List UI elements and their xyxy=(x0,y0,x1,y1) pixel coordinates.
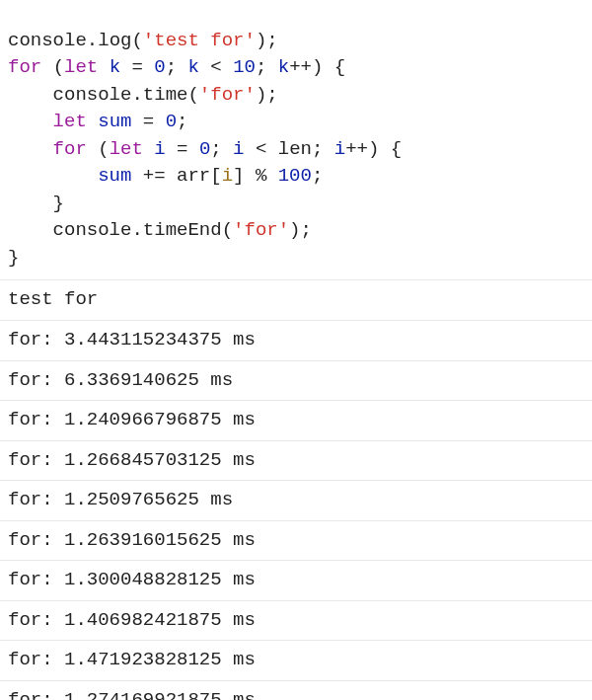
code-token: sum xyxy=(98,111,131,132)
code-token: k xyxy=(188,56,199,78)
code-token: console xyxy=(53,219,132,241)
console-output-header: test for xyxy=(0,280,592,321)
code-token: let xyxy=(64,56,98,78)
code-token: . xyxy=(131,84,142,106)
code-token: console xyxy=(53,84,132,106)
code-token: arr xyxy=(177,165,210,187)
code-token: ( xyxy=(53,56,64,78)
code-token: ) { xyxy=(312,56,345,78)
code-token: ++ xyxy=(289,56,312,78)
code-token: 0 xyxy=(154,56,165,78)
code-token: . xyxy=(131,219,142,241)
code-token: timeEnd xyxy=(143,219,222,241)
console-output-line: for: 1.2509765625 ms xyxy=(0,481,592,521)
code-token: 0 xyxy=(166,111,177,132)
console-output-line: for: 1.266845703125 ms xyxy=(0,441,592,482)
code-token: i xyxy=(233,138,244,160)
code-token: ; xyxy=(312,165,323,187)
code-token: i xyxy=(222,165,233,187)
code-token: i xyxy=(154,138,165,160)
code-token: 'test for' xyxy=(143,30,256,51)
code-token: len xyxy=(278,138,312,160)
code-token: for xyxy=(8,56,41,78)
code-token: 100 xyxy=(278,165,312,187)
code-token: ( xyxy=(222,219,233,241)
code-token: = xyxy=(143,111,154,132)
code-token: k xyxy=(278,56,289,78)
code-token: ++ xyxy=(345,138,368,160)
code-token: for xyxy=(53,138,87,160)
code-token: ( xyxy=(131,30,142,51)
code-token: < xyxy=(210,56,221,78)
console-output-line: for: 6.3369140625 ms xyxy=(0,361,592,402)
code-token: ); xyxy=(256,84,278,106)
code-token: ; xyxy=(166,56,177,78)
code-token: += xyxy=(143,165,166,187)
console-output-line: for: 3.443115234375 ms xyxy=(0,321,592,361)
code-token: = xyxy=(177,138,187,160)
code-token: let xyxy=(110,138,143,160)
code-token: log xyxy=(98,30,131,51)
code-token: i xyxy=(334,138,345,160)
code-token: sum xyxy=(98,165,131,187)
code-token: 'for' xyxy=(199,84,256,106)
code-token: } xyxy=(8,247,19,269)
code-token: [ xyxy=(210,165,221,187)
code-token: ) { xyxy=(368,138,402,160)
code-token: ); xyxy=(256,30,278,51)
code-token: k xyxy=(110,56,120,78)
code-token: ; xyxy=(312,138,323,160)
console-output-line: for: 1.263916015625 ms xyxy=(0,521,592,562)
console-output: test for for: 3.443115234375 ms for: 6.3… xyxy=(0,280,592,700)
console-output-line: for: 1.406982421875 ms xyxy=(0,601,592,642)
code-token: = xyxy=(131,56,142,78)
console-output-line: for: 1.240966796875 ms xyxy=(0,401,592,441)
code-token: 10 xyxy=(233,56,256,78)
code-token: ( xyxy=(98,138,109,160)
code-block: console.log('test for'); for (let k = 0;… xyxy=(0,0,592,280)
code-token: < xyxy=(256,138,266,160)
console-output-line: for: 1.471923828125 ms xyxy=(0,641,592,681)
code-token: let xyxy=(53,111,87,132)
code-token: ] xyxy=(233,165,244,187)
console-output-line: for: 1.274169921875 ms xyxy=(0,681,592,700)
code-token: 0 xyxy=(199,138,210,160)
code-token: ; xyxy=(177,111,187,132)
code-token: ); xyxy=(289,219,312,241)
code-token: ( xyxy=(187,84,198,106)
code-token: time xyxy=(143,84,188,106)
code-token: % xyxy=(256,165,266,187)
code-token: ; xyxy=(210,138,221,160)
code-token: } xyxy=(53,193,64,214)
code-token: 'for' xyxy=(233,219,289,241)
code-token: ; xyxy=(256,56,266,78)
console-output-line: for: 1.300048828125 ms xyxy=(0,561,592,601)
code-token: . xyxy=(87,30,98,51)
code-token: console xyxy=(8,30,87,51)
